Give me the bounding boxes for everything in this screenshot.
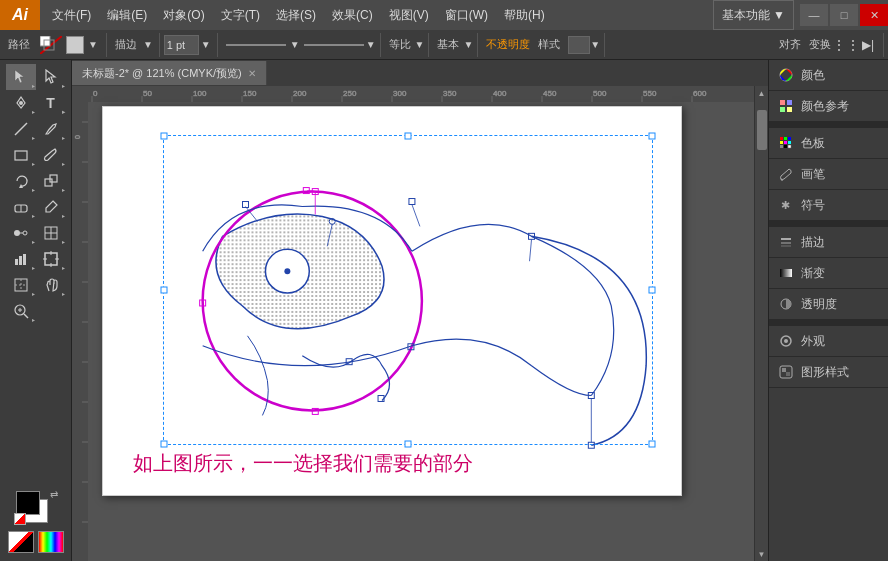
panel-appearance[interactable]: 外观 — [769, 326, 888, 357]
tool-hand[interactable]: ▸ — [36, 272, 66, 298]
tool-pen[interactable]: ▸ — [6, 90, 36, 116]
panel-stroke[interactable]: 描边 — [769, 227, 888, 258]
document-tab[interactable]: 未标题-2* @ 121% (CMYK/预览) ✕ — [72, 61, 267, 85]
panel-stroke-label: 描边 — [801, 234, 825, 251]
tool-scale[interactable]: ▸ — [36, 168, 66, 194]
tab-close-btn[interactable]: ✕ — [248, 68, 256, 79]
tool-zoom[interactable]: ▸ — [6, 298, 36, 324]
tool-placeholder — [36, 298, 66, 324]
stroke-color-btn[interactable] — [38, 34, 64, 56]
tool-artboard[interactable]: ▸ — [36, 246, 66, 272]
svg-rect-115 — [780, 269, 792, 277]
panel-brush[interactable]: 画笔 — [769, 159, 888, 190]
panel-symbol-label: 符号 — [801, 197, 825, 214]
tool-eraser[interactable]: ▸ — [6, 194, 36, 220]
svg-rect-32 — [72, 86, 768, 102]
scroll-up-arrow[interactable]: ▲ — [755, 86, 769, 100]
svg-text:400: 400 — [493, 89, 507, 98]
svg-line-4 — [15, 123, 27, 135]
more-options-btn[interactable]: ⋮⋮ — [835, 34, 857, 56]
canvas-area: 未标题-2* @ 121% (CMYK/预览) ✕ /* ruler ticks… — [72, 60, 768, 561]
svg-rect-98 — [780, 100, 785, 105]
main-area: ▸ ▸ ▸ T ▸ ▸ ▸ — [0, 60, 888, 561]
panel-transparency[interactable]: 透明度 — [769, 289, 888, 320]
close-button[interactable]: ✕ — [860, 4, 888, 26]
svg-text:450: 450 — [543, 89, 557, 98]
caption-text: 如上图所示，一一选择我们需要的部分 — [133, 450, 473, 477]
svg-line-29 — [24, 314, 28, 318]
tool-graph[interactable]: ▸ — [6, 246, 36, 272]
tool-blend[interactable]: ▸ — [6, 220, 36, 246]
tool-eyedropper[interactable]: ▸ — [36, 194, 66, 220]
svg-text:550: 550 — [643, 89, 657, 98]
menu-effect[interactable]: 效果(C) — [324, 0, 381, 30]
workspace-selector[interactable]: 基本功能 ▼ — [713, 0, 794, 30]
panel-transparency-label: 透明度 — [801, 296, 837, 313]
svg-text:150: 150 — [243, 89, 257, 98]
maximize-button[interactable]: □ — [830, 4, 858, 26]
tool-shape[interactable]: ▸ — [6, 142, 36, 168]
app-logo: Ai — [0, 0, 40, 30]
default-colors-btn[interactable] — [14, 513, 26, 525]
tool-line[interactable]: ▸ — [6, 116, 36, 142]
panel-gradient[interactable]: 渐变 — [769, 258, 888, 289]
panel-graphic-style[interactable]: 图形样式 — [769, 357, 888, 388]
panel-color[interactable]: 颜色 — [769, 60, 888, 91]
ruler-vertical: 0 — [72, 102, 88, 561]
color-swatches: ⇄ — [4, 485, 68, 557]
stroke-box-btn[interactable] — [66, 36, 84, 54]
tool-type[interactable]: T ▸ — [36, 90, 66, 116]
menu-view[interactable]: 视图(V) — [381, 0, 437, 30]
tool-direct-selection[interactable]: ▸ — [36, 64, 66, 90]
menu-text[interactable]: 文字(T) — [213, 0, 268, 30]
panel-graphic-style-label: 图形样式 — [801, 364, 849, 381]
stroke-weight-input[interactable] — [164, 35, 199, 55]
svg-text:300: 300 — [393, 89, 407, 98]
tool-mesh[interactable]: ▸ — [36, 220, 66, 246]
menu-window[interactable]: 窗口(W) — [437, 0, 496, 30]
menu-file[interactable]: 文件(F) — [44, 0, 99, 30]
canvas-scroll[interactable]: /* ruler ticks rendered by SVG */ 0 50 1… — [72, 86, 768, 561]
menu-edit[interactable]: 编辑(E) — [99, 0, 155, 30]
svg-rect-5 — [15, 151, 27, 160]
tool-slice[interactable]: ▸ — [6, 272, 36, 298]
align-label[interactable]: 对齐 — [775, 37, 805, 52]
panel-swatch[interactable]: 色板 — [769, 128, 888, 159]
scroll-thumb[interactable] — [757, 110, 767, 150]
symbol-icon: ✱ — [777, 196, 795, 214]
tool-pencil[interactable]: ▸ — [36, 116, 66, 142]
opacity-section: 不透明度 样式 ▼ — [478, 33, 605, 57]
swap-colors-btn[interactable]: ⇄ — [50, 489, 58, 500]
svg-rect-1 — [40, 36, 50, 46]
stroke-icon-section: ▼ — [34, 33, 107, 57]
align-section: 对齐 变换 ⋮⋮ ▶| — [771, 33, 884, 57]
svg-rect-108 — [780, 145, 783, 148]
gradient-indicator — [38, 531, 64, 553]
minimize-button[interactable]: — — [800, 4, 828, 26]
scroll-down-arrow[interactable]: ▼ — [755, 547, 769, 561]
menu-select[interactable]: 选择(S) — [268, 0, 324, 30]
foreground-color-swatch[interactable] — [16, 491, 40, 515]
ruler-horizontal: /* ruler ticks rendered by SVG */ 0 50 1… — [72, 86, 768, 102]
toolbox: ▸ ▸ ▸ T ▸ ▸ ▸ — [0, 60, 72, 561]
transform-label[interactable]: 变换 — [805, 37, 835, 52]
appearance-icon — [777, 332, 795, 350]
panel-color-ref[interactable]: 颜色参考 — [769, 91, 888, 122]
opacity-label[interactable]: 不透明度 — [482, 37, 534, 52]
tool-paintbrush[interactable]: ▸ — [36, 142, 66, 168]
svg-rect-59 — [72, 102, 88, 561]
svg-line-80 — [412, 204, 420, 226]
color-icon — [777, 66, 795, 84]
panel-toggle-btn[interactable]: ▶| — [857, 34, 879, 56]
svg-rect-18 — [19, 256, 22, 265]
vertical-scrollbar[interactable]: ▲ ▼ — [754, 86, 768, 561]
artwork-canvas[interactable]: 如上图所示，一一选择我们需要的部分 — [102, 106, 682, 496]
tab-label: 未标题-2* @ 121% (CMYK/预览) — [82, 66, 242, 81]
tool-rotate[interactable]: ▸ — [6, 168, 36, 194]
svg-text:100: 100 — [193, 89, 207, 98]
menu-object[interactable]: 对象(O) — [155, 0, 212, 30]
menu-help[interactable]: 帮助(H) — [496, 0, 553, 30]
tool-selection[interactable]: ▸ — [6, 64, 36, 90]
panel-symbol[interactable]: ✱ 符号 — [769, 190, 888, 221]
svg-line-82 — [530, 239, 532, 261]
